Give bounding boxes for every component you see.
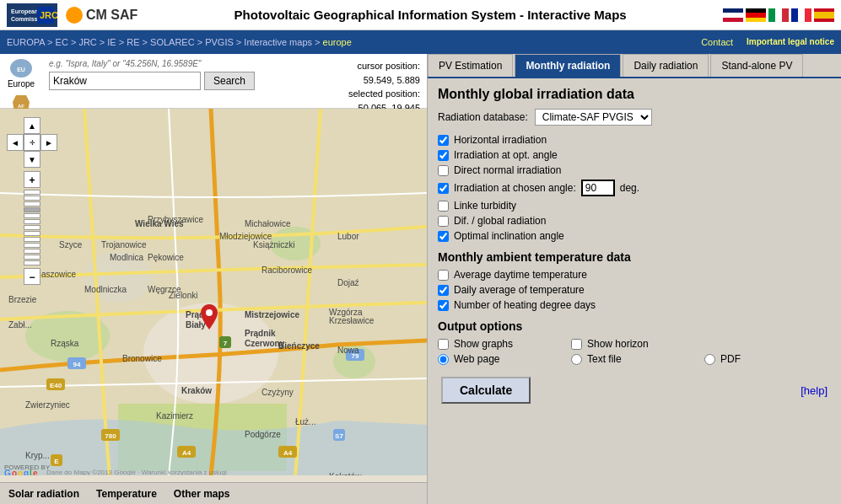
tab-solar-radiation[interactable]: Solar radiation [3,486,84,501]
svg-text:Łuż...: Łuż... [295,417,315,426]
zoom-pip[interactable] [24,260,40,265]
cb-show-graphs[interactable] [438,339,449,350]
calculate-button[interactable]: Calculate [441,377,531,404]
tab-monthly-radiation[interactable]: Monthly radiation [515,54,621,77]
cb-opt-angle-row: Irradiation at opt. angle [438,149,831,161]
svg-text:Pękowice: Pękowice [148,253,184,262]
flag-de[interactable] [746,8,766,22]
cb-avg-daytime-row: Average daytime temperature [438,269,831,281]
zoom-pip[interactable] [24,249,40,254]
svg-text:Czerwony: Czerwony [245,339,285,348]
cb-daily-avg[interactable] [438,285,449,296]
zoom-pip[interactable] [24,255,40,260]
europe-icon[interactable]: EU Europe [8,57,35,88]
search-button[interactable]: Search [204,72,255,90]
zoom-pip[interactable] [24,207,40,212]
svg-text:Rząska: Rząska [51,339,79,348]
map-container[interactable]: 94 7 79 780 S7 A4 A4 E E40 Wielka Wieś [0,109,427,482]
position-info: cursor position: 59.549, 5.889 selected … [309,54,427,108]
radio-pdf[interactable] [704,354,715,365]
radio-textfile[interactable] [571,354,582,365]
angle-input[interactable] [581,180,615,196]
tab-other-maps[interactable]: Other maps [169,486,235,501]
pan-left-button[interactable]: ◄ [7,134,24,151]
pan-down-button[interactable]: ▼ [24,151,40,168]
contact-link[interactable]: Contact [701,37,733,47]
cb-avg-daytime[interactable] [438,270,449,281]
bottom-tabs: Solar radiation Temperature Other maps [0,482,427,504]
svg-text:o: o [18,469,23,475]
cb-dif-global-label: Dif. / global radiation [454,215,546,227]
flag-it[interactable] [768,8,789,22]
zoom-pip[interactable] [24,237,40,242]
zoom-in-button[interactable]: + [24,171,40,188]
legal-link[interactable]: Important legal notice [747,37,834,47]
tab-pv-estimation[interactable]: PV Estimation [428,54,513,77]
svg-text:A4: A4 [283,449,293,457]
cb-linke[interactable] [438,201,449,212]
svg-text:Krzesławice: Krzesławice [329,316,375,325]
flag-es[interactable] [814,8,834,22]
pan-right-button[interactable]: ► [40,134,57,151]
flag-fr[interactable] [791,8,811,22]
cb-optimal-incl[interactable] [438,231,449,242]
help-link[interactable]: [help] [801,384,828,397]
svg-text:Lubor: Lubor [337,232,359,241]
cmsaf-logo: CM SAF [66,7,137,24]
radio-pdf-label: PDF [720,353,741,365]
deg-label: deg. [620,182,639,194]
zoom-pip[interactable] [24,201,40,206]
cb-opt-angle[interactable] [438,150,449,161]
zoom-pip[interactable] [24,225,40,230]
section-title: Monthly global irradiation data [438,87,831,102]
search-input[interactable] [49,72,201,90]
search-row: Search [49,72,302,90]
svg-text:94: 94 [73,361,81,368]
zoom-pip[interactable] [24,231,40,236]
output-webpage-row: Web page [438,353,564,365]
zoom-out-button[interactable]: − [24,268,40,285]
cb-linke-label: Linke turbidity [454,200,516,212]
tab-standalone-pv[interactable]: Stand-alone PV [710,54,803,77]
svg-text:S7: S7 [335,432,343,440]
tab-daily-radiation[interactable]: Daily radiation [623,54,709,77]
zoom-pip[interactable] [24,213,40,218]
cb-horizontal-row: Horizontal irradiation [438,134,831,146]
page-title: Photovoltaic Geographical Information Sy… [137,8,723,22]
radio-webpage[interactable] [438,354,449,365]
radio-webpage-label: Web page [454,353,500,365]
svg-text:Podgórze: Podgórze [245,430,281,439]
pan-up-button[interactable]: ▲ [24,117,40,134]
zoom-pip[interactable] [24,190,40,195]
cb-dif-global[interactable] [438,216,449,227]
zoom-pip[interactable] [24,219,40,224]
pan-center-button[interactable]: ✛ [24,134,40,151]
svg-text:Młodziejowice: Młodziejowice [219,232,272,241]
cb-heating-days[interactable] [438,300,449,311]
bottom-actions: Calculate [help] [438,377,831,404]
breadcrumb-europe-link[interactable]: europe [323,37,352,47]
svg-text:g: g [24,469,29,475]
temp-section-title: Monthly ambient temperature data [438,250,831,264]
db-select[interactable]: Climate-SAF PVGIS [535,109,652,126]
flag-uk[interactable] [723,8,743,22]
cb-optimal-incl-row: Optimal inclination angle [438,230,831,242]
svg-text:A4: A4 [182,449,191,457]
svg-text:EU: EU [17,67,25,72]
cb-heating-days-label: Number of heating degree days [454,299,596,311]
cb-direct-normal-row: Direct normal irradiation [438,164,831,176]
zoom-pip[interactable] [24,196,40,201]
zoom-pip[interactable] [24,243,40,248]
cb-direct-normal-label: Direct normal irradiation [454,164,561,176]
cb-direct-normal[interactable] [438,165,449,176]
cb-chosen-angle[interactable] [438,183,449,194]
tab-temperature[interactable]: Temperature [91,486,162,501]
svg-text:Modlniczka: Modlniczka [84,285,127,294]
svg-text:Mistrzejowice: Mistrzejowice [245,310,299,319]
zoom-slider [24,190,40,266]
svg-text:Kokotów: Kokotów [329,472,362,475]
cb-horizontal[interactable] [438,135,449,146]
cb-show-horizon[interactable] [571,339,582,350]
svg-text:Bronowice: Bronowice [122,354,162,363]
cb-linke-row: Linke turbidity [438,200,831,212]
